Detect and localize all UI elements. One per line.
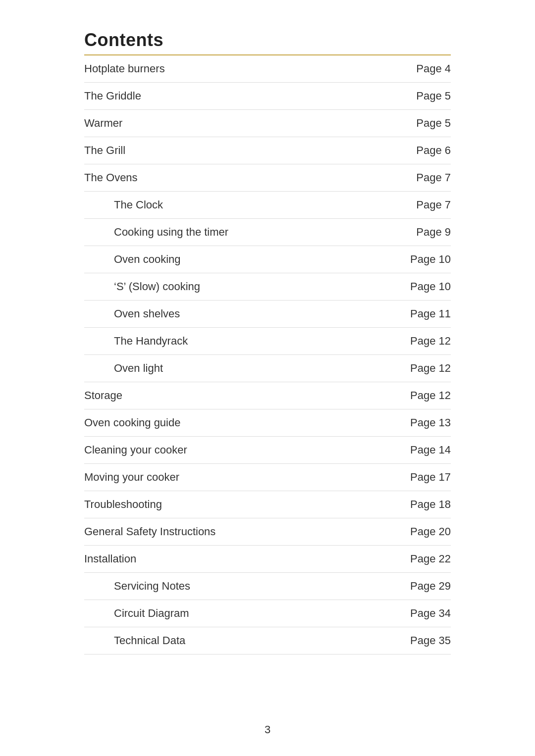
toc-label: The Handyrack — [84, 328, 370, 355]
page-container: Contents Hotplate burnersPage 4The Gridd… — [45, 0, 490, 694]
page-title: Contents — [84, 30, 451, 50]
toc-label: Oven cooking guide — [84, 409, 370, 437]
toc-label: The Ovens — [84, 164, 370, 192]
toc-label: Troubleshooting — [84, 491, 370, 518]
toc-page: Page 29 — [370, 573, 451, 600]
toc-page: Page 17 — [370, 464, 451, 491]
table-row: The OvensPage 7 — [84, 164, 451, 192]
toc-page: Page 7 — [370, 192, 451, 219]
toc-label: Oven light — [84, 355, 370, 382]
toc-page: Page 12 — [370, 355, 451, 382]
toc-label: The Clock — [84, 192, 370, 219]
toc-label: Warmer — [84, 110, 370, 137]
toc-page: Page 5 — [370, 110, 451, 137]
table-row: TroubleshootingPage 18 — [84, 491, 451, 518]
toc-page: Page 5 — [370, 83, 451, 110]
toc-label: The Griddle — [84, 83, 370, 110]
table-row: Cooking using the timerPage 9 — [84, 219, 451, 246]
toc-page: Page 10 — [370, 246, 451, 273]
toc-label: Cleaning your cooker — [84, 437, 370, 464]
toc-page: Page 4 — [370, 55, 451, 83]
toc-page: Page 9 — [370, 219, 451, 246]
toc-page: Page 12 — [370, 328, 451, 355]
page-footer: 3 — [0, 708, 535, 756]
table-row: General Safety InstructionsPage 20 — [84, 518, 451, 546]
table-row: Oven cooking guidePage 13 — [84, 409, 451, 437]
table-row: Oven cookingPage 10 — [84, 246, 451, 273]
toc-label: Storage — [84, 382, 370, 409]
toc-page: Page 6 — [370, 137, 451, 164]
toc-label: Oven shelves — [84, 301, 370, 328]
table-row: InstallationPage 22 — [84, 546, 451, 573]
toc-label: ‘S’ (Slow) cooking — [84, 273, 370, 301]
table-row: The GriddlePage 5 — [84, 83, 451, 110]
toc-page: Page 18 — [370, 491, 451, 518]
table-row: The ClockPage 7 — [84, 192, 451, 219]
table-row: Oven shelvesPage 11 — [84, 301, 451, 328]
toc-page: Page 14 — [370, 437, 451, 464]
table-row: ‘S’ (Slow) cookingPage 10 — [84, 273, 451, 301]
toc-page: Page 20 — [370, 518, 451, 546]
toc-label: Technical Data — [84, 627, 370, 655]
table-row: Servicing NotesPage 29 — [84, 573, 451, 600]
table-row: Circuit DiagramPage 34 — [84, 600, 451, 627]
toc-page: Page 34 — [370, 600, 451, 627]
table-row: The GrillPage 6 — [84, 137, 451, 164]
toc-label: Moving your cooker — [84, 464, 370, 491]
toc-label: Installation — [84, 546, 370, 573]
table-row: StoragePage 12 — [84, 382, 451, 409]
toc-label: Servicing Notes — [84, 573, 370, 600]
table-row: Hotplate burnersPage 4 — [84, 55, 451, 83]
toc-page: Page 22 — [370, 546, 451, 573]
toc-label: Oven cooking — [84, 246, 370, 273]
toc-label: Circuit Diagram — [84, 600, 370, 627]
toc-page: Page 12 — [370, 382, 451, 409]
table-row: The HandyrackPage 12 — [84, 328, 451, 355]
table-row: Cleaning your cookerPage 14 — [84, 437, 451, 464]
toc-label: Cooking using the timer — [84, 219, 370, 246]
toc-table: Hotplate burnersPage 4The GriddlePage 5W… — [84, 55, 451, 655]
toc-page: Page 13 — [370, 409, 451, 437]
page-number: 3 — [265, 723, 270, 736]
table-row: Oven lightPage 12 — [84, 355, 451, 382]
toc-label: General Safety Instructions — [84, 518, 370, 546]
toc-label: The Grill — [84, 137, 370, 164]
table-row: Technical DataPage 35 — [84, 627, 451, 655]
toc-page: Page 10 — [370, 273, 451, 301]
toc-label: Hotplate burners — [84, 55, 370, 83]
toc-page: Page 7 — [370, 164, 451, 192]
table-row: WarmerPage 5 — [84, 110, 451, 137]
table-row: Moving your cookerPage 17 — [84, 464, 451, 491]
toc-page: Page 11 — [370, 301, 451, 328]
toc-page: Page 35 — [370, 627, 451, 655]
